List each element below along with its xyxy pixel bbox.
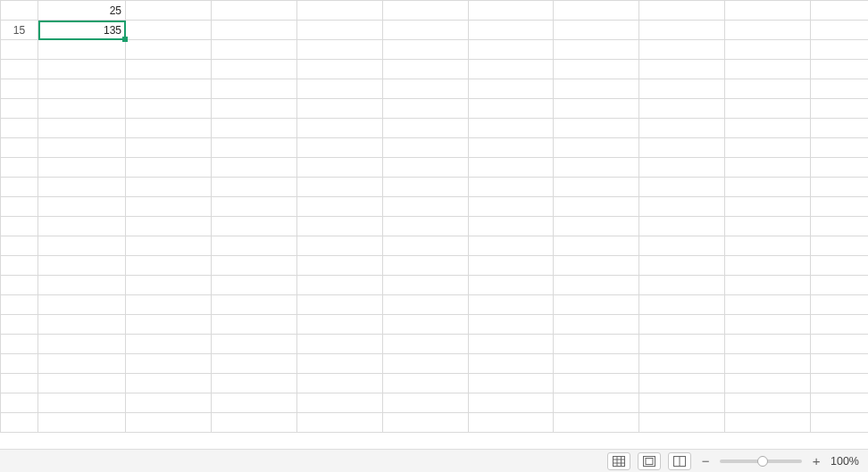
page-layout-view-button[interactable] — [638, 452, 661, 470]
cell[interactable] — [126, 1, 212, 21]
normal-view-button[interactable] — [607, 452, 630, 470]
cell[interactable]: 25 — [38, 1, 126, 21]
page-break-view-button[interactable] — [668, 452, 691, 470]
row-header[interactable] — [1, 1, 38, 21]
cell[interactable] — [126, 21, 212, 40]
selected-cell[interactable]: 135 — [38, 21, 126, 40]
page-break-icon — [673, 456, 686, 467]
zoom-in-button[interactable]: + — [809, 453, 823, 468]
svg-rect-2 — [613, 456, 625, 466]
grid-view-icon — [613, 456, 625, 467]
status-bar: − + 100% — [0, 449, 868, 472]
spreadsheet-pane[interactable]: 25 15 135 — [0, 0, 868, 472]
zoom-slider[interactable] — [720, 460, 802, 463]
zoom-percent[interactable]: 100% — [830, 455, 859, 468]
zoom-slider-knob[interactable] — [757, 456, 768, 467]
svg-rect-8 — [646, 458, 653, 464]
row-header[interactable]: 15 — [1, 21, 38, 40]
page-layout-icon — [643, 456, 655, 467]
grid[interactable]: 25 15 135 — [0, 0, 868, 458]
zoom-out-button[interactable]: − — [698, 453, 713, 468]
